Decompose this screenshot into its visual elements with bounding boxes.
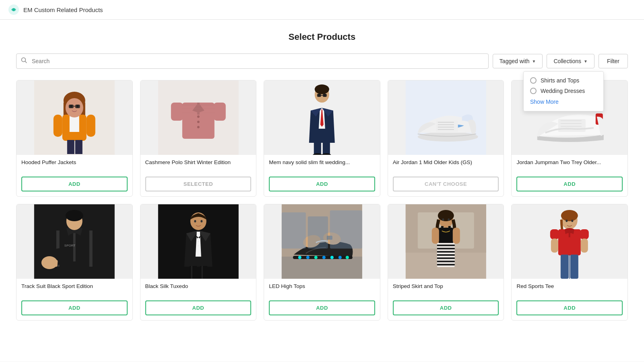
product-card-navy-suit: Mem navy solid slim fit wedding... ADD: [264, 80, 380, 197]
add-button-jordan-jumpman[interactable]: ADD: [516, 177, 623, 191]
svg-point-96: [298, 256, 301, 259]
svg-rect-107: [308, 216, 328, 249]
svg-point-88: [200, 220, 202, 222]
product-name-hooded-puffer: Hooded Puffer Jackets: [21, 159, 128, 173]
product-info-striped-skirt: Striped Skirt and Top: [388, 279, 504, 300]
product-name-jordan-jumpman: Jordan Jumpman Two Trey Older...: [516, 159, 623, 173]
svg-rect-137: [581, 239, 588, 253]
product-info-cashmere-polo: Cashmere Polo Shirt Winter Edition: [140, 155, 256, 177]
svg-point-77: [66, 210, 83, 221]
svg-rect-92: [201, 266, 202, 279]
product-action-navy-suit: ADD: [264, 177, 380, 196]
svg-point-141: [566, 220, 568, 222]
product-image-cashmere-polo: [140, 80, 256, 155]
svg-rect-134: [550, 229, 559, 239]
product-action-led-hightops: ADD: [264, 300, 380, 320]
svg-rect-67: [89, 230, 93, 267]
add-button-led-hightops[interactable]: ADD: [269, 300, 375, 315]
product-action-cashmere-polo: SELECTED: [140, 177, 256, 196]
product-name-striped-skirt: Striped Skirt and Top: [393, 283, 499, 297]
svg-point-1: [12, 8, 15, 11]
product-name-led-hightops: LED High Tops: [269, 283, 375, 297]
product-card-air-jordan: Air Jordan 1 Mid Older Kids (GS) CAN'T C…: [388, 80, 504, 197]
show-more-link[interactable]: Show More: [530, 99, 559, 105]
svg-rect-138: [561, 255, 569, 279]
search-wrapper: [16, 53, 489, 69]
add-button-hooded-puffer[interactable]: ADD: [21, 177, 128, 191]
product-image-led-hightops: [264, 204, 380, 279]
page-title: Select Products: [16, 32, 628, 42]
svg-point-128: [448, 218, 450, 221]
svg-rect-135: [580, 229, 589, 239]
product-image-air-jordan: [388, 80, 504, 155]
add-button-red-sports-tee[interactable]: ADD: [516, 300, 623, 315]
add-button-striped-skirt[interactable]: ADD: [393, 300, 499, 315]
svg-line-3: [25, 62, 27, 63]
svg-point-51: [418, 132, 478, 142]
add-button-navy-suit[interactable]: ADD: [269, 177, 375, 191]
radio-wedding[interactable]: [530, 88, 537, 94]
product-action-hooded-puffer: ADD: [17, 177, 132, 196]
svg-rect-90: [200, 266, 207, 279]
svg-point-87: [194, 220, 196, 222]
svg-rect-47: [317, 94, 321, 97]
search-input[interactable]: [16, 53, 489, 69]
product-info-led-hightops: LED High Tops: [264, 279, 380, 300]
product-name-cashmere-polo: Cashmere Polo Shirt Winter Edition: [145, 159, 252, 173]
tagged-with-dropdown[interactable]: Tagged with ▼: [493, 54, 543, 68]
svg-rect-14: [75, 140, 83, 154]
svg-point-99: [322, 256, 326, 259]
svg-rect-125: [437, 261, 455, 262]
collections-dropdown-btn[interactable]: Collections ▼: [547, 54, 594, 68]
svg-point-101: [339, 256, 342, 259]
product-action-jordan-jumpman: ADD: [512, 177, 627, 196]
svg-rect-48: [323, 94, 327, 97]
svg-point-98: [314, 256, 318, 259]
product-card-red-sports-tee: Red Sports Tee ADD: [511, 204, 628, 321]
svg-rect-73: [52, 259, 55, 267]
product-image-navy-suit: [264, 80, 380, 155]
svg-rect-133: [569, 229, 570, 237]
app-title: EM Custom Related Products: [23, 6, 103, 13]
svg-point-100: [330, 256, 334, 259]
add-button-black-tuxedo[interactable]: ADD: [145, 300, 252, 315]
add-button-track-suit[interactable]: ADD: [21, 300, 128, 315]
filter-button[interactable]: Filter: [599, 54, 628, 68]
svg-rect-30: [182, 105, 214, 105]
product-card-black-tuxedo: Black Silk Tuxedo ADD: [140, 204, 257, 321]
svg-text:SPORT: SPORT: [64, 244, 76, 247]
collection-option-wedding[interactable]: Wedding Dresses: [530, 88, 597, 94]
svg-rect-94: [282, 257, 362, 279]
svg-rect-10: [70, 116, 79, 132]
toolbar: Tagged with ▼ Collections ▼ Filter Shirt…: [16, 53, 628, 69]
app-header: EM Custom Related Products: [0, 0, 644, 20]
selected-button-cashmere-polo[interactable]: SELECTED: [145, 177, 252, 191]
svg-rect-122: [437, 251, 455, 253]
svg-point-35: [315, 84, 329, 94]
svg-rect-19: [75, 105, 80, 108]
product-image-black-tuxedo: [140, 204, 256, 279]
radio-shirts[interactable]: [530, 77, 537, 84]
svg-rect-25: [171, 103, 183, 121]
app-logo-icon: [8, 4, 19, 15]
svg-rect-117: [432, 228, 439, 244]
product-name-red-sports-tee: Red Sports Tee: [516, 283, 623, 297]
svg-point-15: [66, 98, 83, 117]
product-action-striped-skirt: ADD: [388, 300, 504, 320]
collection-option-shirts[interactable]: Shirts and Tops: [530, 77, 597, 84]
product-action-track-suit: ADD: [17, 300, 132, 320]
svg-rect-124: [437, 257, 455, 259]
search-icon: [21, 57, 27, 65]
svg-rect-59: [558, 119, 586, 132]
product-info-red-sports-tee: Red Sports Tee: [512, 279, 627, 300]
svg-point-127: [442, 218, 444, 221]
svg-rect-13: [67, 140, 74, 154]
svg-rect-106: [282, 212, 306, 249]
svg-point-28: [197, 121, 199, 123]
product-card-hooded-puffer: Hooded Puffer Jackets ADD: [16, 80, 133, 197]
product-card-striped-skirt: Striped Skirt and Top ADD: [388, 204, 504, 321]
svg-point-29: [197, 126, 199, 128]
products-grid: Hooded Puffer Jackets ADD: [16, 80, 628, 321]
svg-rect-26: [213, 103, 225, 121]
svg-rect-42: [323, 142, 330, 155]
